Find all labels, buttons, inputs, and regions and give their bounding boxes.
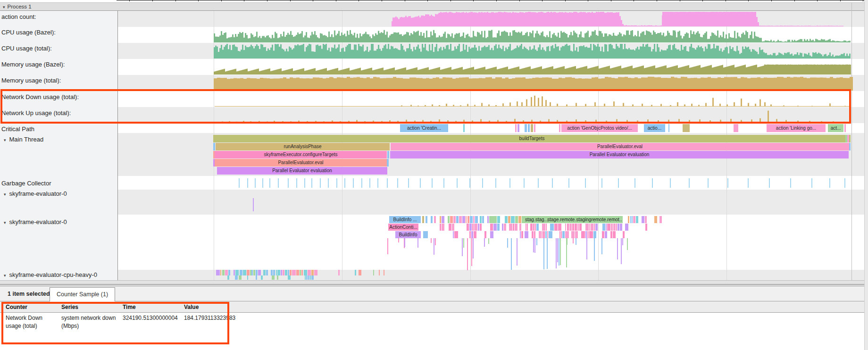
track-row-stripe[interactable] [118, 176, 864, 190]
gc-event-tick[interactable] [652, 178, 653, 188]
skyframe-tick[interactable] [426, 216, 427, 223]
gc-event-tick[interactable] [269, 178, 270, 188]
track-row-stripe[interactable] [118, 190, 864, 215]
gc-event-tick[interactable] [311, 178, 312, 188]
sidebar-item-skyframe-evaluator-cpu-heavy-0[interactable]: ▾skyframe-evaluator-cpu-heavy-0 [4, 271, 97, 278]
gc-event-tick[interactable] [397, 178, 398, 188]
sidebar-item-action-count[interactable]: action count: [1, 13, 36, 20]
gc-event-tick[interactable] [524, 178, 525, 188]
gc-event-tick[interactable] [585, 178, 586, 188]
counter-chart-mem-total[interactable] [118, 75, 864, 91]
skyframe-tick[interactable] [645, 224, 647, 231]
gc-event-tick[interactable] [408, 178, 409, 188]
main-thread-tick[interactable] [387, 159, 389, 167]
gc-event-tick[interactable] [708, 178, 709, 188]
gc-event-tick[interactable] [239, 178, 240, 188]
gc-event-tick[interactable] [844, 178, 845, 188]
gc-event-tick[interactable] [344, 178, 345, 188]
skyframe-slice[interactable]: ActionConti... [388, 224, 418, 231]
gc-event-tick[interactable] [304, 178, 305, 188]
collapse-arrow-icon[interactable]: ▾ [3, 3, 5, 11]
skyframe-tick[interactable] [524, 216, 623, 223]
gc-event-tick[interactable] [247, 178, 248, 188]
collapse-arrow-icon[interactable]: ▾ [4, 192, 6, 197]
main-thread-tick[interactable] [387, 151, 389, 158]
counter-chart-net-up[interactable] [118, 107, 864, 123]
gc-event-tick[interactable] [509, 178, 510, 188]
counter-chart-cpu-bazel[interactable] [118, 27, 864, 43]
gc-event-tick[interactable] [353, 178, 354, 188]
collapse-arrow-icon[interactable]: ▾ [4, 138, 6, 142]
main-thread-slice[interactable]: Parallel Evaluator evaluation [217, 167, 387, 175]
sidebar-item-network-down-usage-total[interactable]: Network Down usage (total): [1, 93, 79, 100]
gc-event-tick[interactable] [336, 178, 337, 188]
gc-event-tick[interactable] [369, 178, 370, 188]
critical-path-tick[interactable] [734, 124, 738, 132]
main-thread-slice[interactable]: runAnalysisPhase [216, 143, 390, 150]
gc-event-tick[interactable] [296, 178, 297, 188]
gc-event-tick[interactable] [689, 178, 690, 188]
sidebar-item-main-thread[interactable]: ▾Main Thread [4, 136, 43, 143]
critical-path-slice[interactable]: action 'Creatin... [400, 124, 448, 132]
gc-event-tick[interactable] [288, 178, 289, 188]
critical-path-slice[interactable]: action 'GenObjcProtos video/... [561, 124, 638, 132]
main-thread-tick[interactable] [847, 135, 849, 142]
critical-path-tick[interactable] [463, 124, 465, 132]
gc-event-tick[interactable] [262, 178, 263, 188]
sidebar-item-skyframe-evaluator-0[interactable]: ▾skyframe-evaluator-0 [4, 190, 67, 197]
gc-event-tick[interactable] [457, 178, 458, 188]
gc-event-tick[interactable] [377, 178, 378, 188]
gc-event-tick[interactable] [538, 178, 539, 188]
gc-event-tick[interactable] [618, 178, 619, 188]
col-header-series[interactable]: Series [61, 304, 78, 310]
col-header-time[interactable]: Time [123, 304, 136, 310]
skyframe-tick[interactable] [434, 216, 436, 223]
skyframe-slice[interactable]: BuildInfo ... [389, 216, 421, 223]
gc-event-tick[interactable] [482, 178, 483, 188]
skyframe-collapsed-tick[interactable] [253, 198, 254, 211]
skyframe-tick[interactable] [423, 231, 428, 238]
gc-event-tick[interactable] [328, 178, 329, 188]
critical-path-tick[interactable] [559, 124, 560, 132]
critical-path-slice[interactable]: actio... [644, 124, 665, 132]
counter-chart-action-count[interactable] [118, 11, 864, 27]
gc-event-tick[interactable] [790, 178, 791, 188]
process-header[interactable]: ▾Process 1 [0, 2, 868, 11]
critical-path-tick[interactable] [534, 124, 535, 132]
main-thread-tick[interactable] [213, 143, 215, 150]
sidebar-item-network-up-usage-total[interactable]: Network Up usage (total): [1, 109, 71, 117]
gc-event-tick[interactable] [320, 178, 321, 188]
sidebar-item-memory-usage-bazel[interactable]: Memory usage (Bazel): [1, 61, 65, 68]
gc-event-tick[interactable] [387, 178, 388, 188]
gc-event-tick[interactable] [255, 178, 256, 188]
gc-event-tick[interactable] [634, 178, 635, 188]
skyframe-slice[interactable]: BuildInfo [395, 231, 421, 238]
main-thread-slice[interactable]: skyframeExecutor.configureTargets [215, 151, 387, 158]
gc-event-tick[interactable] [552, 178, 553, 188]
critical-path-tick[interactable] [515, 124, 517, 132]
tab-counter-sample[interactable]: Counter Sample (1) [50, 287, 115, 301]
gc-event-tick[interactable] [443, 178, 444, 188]
main-thread-slice[interactable]: ParallelEvaluator.eval [215, 159, 387, 167]
gc-event-tick[interactable] [829, 178, 830, 188]
panel-splitter[interactable] [0, 280, 868, 286]
sidebar-item-memory-usage-total[interactable]: Memory usage (total): [1, 77, 61, 84]
counter-chart-mem-bazel[interactable] [118, 59, 864, 75]
col-header-counter[interactable]: Counter [6, 304, 27, 310]
skyframe-tick[interactable] [489, 216, 497, 223]
critical-path-tick[interactable] [531, 124, 533, 132]
gc-event-tick[interactable] [748, 178, 749, 188]
collapse-arrow-icon[interactable]: ▾ [4, 273, 6, 278]
track-row-stripe[interactable] [118, 270, 864, 280]
gc-event-tick[interactable] [495, 178, 496, 188]
gc-event-tick[interactable] [601, 178, 602, 188]
skyframe-tick[interactable] [422, 216, 424, 223]
critical-path-slice[interactable]: act... [828, 124, 843, 132]
main-thread-slice[interactable]: buildTargets [213, 135, 851, 142]
track-row-stripe[interactable] [118, 123, 864, 133]
sidebar-item-cpu-usage-total[interactable]: CPU usage (total): [1, 45, 52, 52]
sidebar-item-cpu-usage-bazel[interactable]: CPU usage (Bazel): [1, 29, 56, 36]
gc-event-tick[interactable] [361, 178, 362, 188]
critical-path-tick[interactable] [517, 124, 519, 132]
skyframe-tick[interactable] [431, 216, 433, 223]
